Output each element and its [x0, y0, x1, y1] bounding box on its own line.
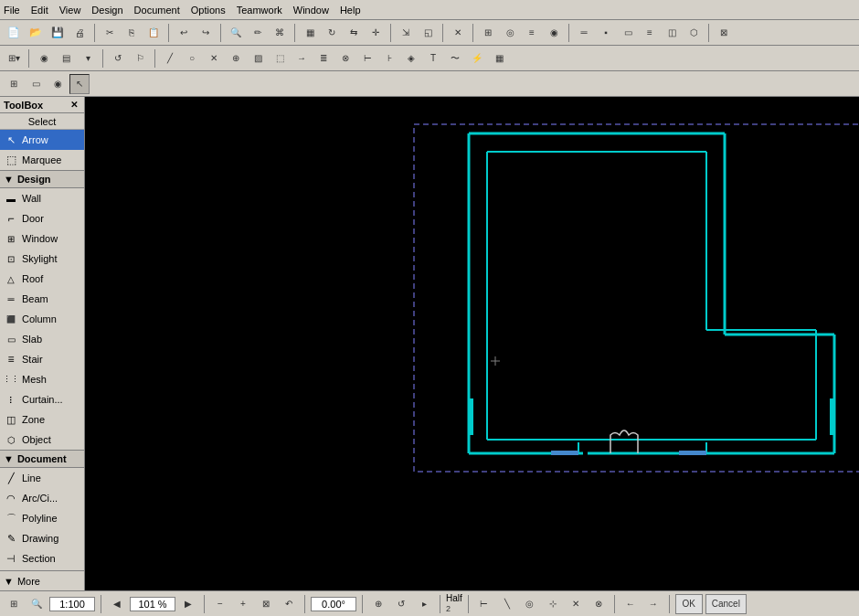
scale-tb[interactable]: ◱ — [418, 23, 438, 43]
toolbox-item-object[interactable]: Object — [0, 430, 84, 450]
walk-btn[interactable]: ⚐ — [130, 48, 150, 69]
grid-tb[interactable]: ⊞ — [478, 23, 498, 43]
cancel-button[interactable]: Cancel — [705, 594, 747, 614]
dim2-btn[interactable]: ⊦ — [379, 48, 399, 69]
floor-view-btn[interactable]: ⊞▾ — [4, 48, 24, 69]
zoom-out-btn[interactable]: ◀ — [107, 594, 127, 614]
tag-btn[interactable]: ◈ — [401, 48, 421, 69]
toolbox-item-beam[interactable]: Beam — [0, 289, 84, 309]
menu-window[interactable]: Window — [293, 5, 329, 16]
col2-tb[interactable]: ▪ — [596, 23, 616, 43]
close-tb[interactable]: ✕ — [448, 23, 468, 43]
undo-button[interactable]: ↩ — [174, 23, 194, 43]
toolbox-close[interactable]: ✕ — [68, 99, 80, 112]
dim1-btn[interactable]: ⊢ — [357, 48, 377, 69]
menu-design[interactable]: Design — [91, 5, 122, 16]
canvas-area[interactable] — [85, 97, 859, 590]
snap-tb[interactable]: ◎ — [500, 23, 520, 43]
pen-button[interactable]: ✏ — [248, 23, 268, 43]
toolbox-item-wall[interactable]: Wall — [0, 188, 84, 208]
zone2-tb[interactable]: ◫ — [662, 23, 682, 43]
toolbox-item-arc[interactable]: Arc/Ci... — [0, 488, 84, 508]
arrow-right[interactable]: → — [643, 594, 663, 614]
zoom-in-btn[interactable]: ▶ — [178, 594, 198, 614]
save-button[interactable]: 💾 — [48, 23, 68, 43]
toolbox-item-column[interactable]: Column — [0, 309, 84, 329]
zoom-fit[interactable]: ⊠ — [256, 594, 276, 614]
paste-button[interactable]: 📋 — [143, 23, 164, 43]
line-btn[interactable]: ╱ — [160, 48, 180, 69]
extra1-tb[interactable]: ⊠ — [714, 23, 734, 43]
cross-btn[interactable]: ✕ — [204, 48, 224, 69]
btm-snap1[interactable]: ⊞ — [4, 594, 24, 614]
toolbox-item-stair[interactable]: Stair — [0, 349, 84, 369]
magic-button[interactable]: ⌘ — [270, 23, 290, 43]
elec-btn[interactable]: ⚡ — [467, 48, 487, 69]
new-button[interactable]: 📄 — [4, 23, 24, 43]
select-tb[interactable]: ▦ — [300, 23, 320, 43]
beam2-tb[interactable]: ═ — [574, 23, 594, 43]
sub-arrow-btn[interactable]: ↖ — [69, 74, 90, 94]
open-button[interactable]: 📂 — [26, 23, 46, 43]
toolbox-item-window[interactable]: Window — [0, 228, 84, 249]
snap-rot[interactable]: ◎ — [520, 594, 540, 614]
arrow-left[interactable]: ← — [620, 594, 641, 614]
cancel-sel[interactable]: ✕ — [566, 594, 586, 614]
extra-btn[interactable]: ▸ — [414, 594, 434, 614]
menu-options[interactable]: Options — [191, 5, 226, 16]
hatch-btn[interactable]: ≣ — [313, 48, 334, 69]
move-tb[interactable]: ✛ — [366, 23, 386, 43]
arrow-btn[interactable]: → — [292, 48, 312, 69]
redo-button[interactable]: ↪ — [196, 23, 216, 43]
toolbox-item-line[interactable]: Line — [0, 468, 84, 488]
design-section-header[interactable]: ▼ Design — [0, 170, 84, 188]
fill-btn[interactable]: ▨ — [248, 48, 268, 69]
snap-ortho[interactable]: ⊢ — [474, 594, 494, 614]
stair2-tb[interactable]: ≡ — [640, 23, 660, 43]
toolbox-item-slab[interactable]: Slab — [0, 329, 84, 349]
stretch-tb[interactable]: ⇲ — [396, 23, 416, 43]
circle-btn[interactable]: ○ — [182, 48, 202, 69]
color-tb[interactable]: ◉ — [544, 23, 564, 43]
obj2-tb[interactable]: ⬡ — [684, 23, 704, 43]
zoom-minus[interactable]: − — [210, 594, 230, 614]
render-btn[interactable]: ◉ — [34, 48, 54, 69]
toolbox-scroll[interactable]: Arrow Marquee ▼ Design Wall Door — [0, 130, 84, 570]
sym-btn[interactable]: ⊗ — [335, 48, 355, 69]
slab2-tb[interactable]: ▭ — [618, 23, 638, 43]
toolbox-item-mesh[interactable]: Mesh — [0, 369, 84, 389]
menu-document[interactable]: Document — [134, 5, 180, 16]
toolbox-item-skylight[interactable]: Skylight — [0, 249, 84, 269]
view-angle[interactable]: ▾ — [78, 48, 98, 69]
document-section-header[interactable]: ▼ Document — [0, 450, 84, 468]
pic-btn[interactable]: ⬚ — [270, 48, 290, 69]
snap-grid[interactable]: ⊹ — [543, 594, 563, 614]
scale-display[interactable]: 1:100 — [49, 597, 95, 611]
ok-button[interactable]: OK — [675, 594, 703, 614]
btm-snap2[interactable]: 🔍 — [27, 594, 47, 614]
toolbox-item-zone[interactable]: Zone — [0, 409, 84, 430]
menu-view[interactable]: View — [59, 5, 81, 16]
menu-file[interactable]: File — [4, 5, 20, 16]
wave-btn[interactable]: 〜 — [445, 48, 465, 69]
select-row[interactable]: Select — [0, 113, 84, 130]
toolbox-item-arrow[interactable]: Arrow — [0, 130, 84, 150]
print-button[interactable]: 🖨 — [69, 23, 90, 43]
snap-grp[interactable]: ⊗ — [589, 594, 609, 614]
layer-tb[interactable]: ≡ — [522, 23, 542, 43]
find-button[interactable]: 🔍 — [226, 23, 246, 43]
copy-button[interactable]: ⎘ — [122, 23, 142, 43]
cut-button[interactable]: ✂ — [100, 23, 120, 43]
toolbox-item-roof[interactable]: Roof — [0, 269, 84, 289]
menu-help[interactable]: Help — [340, 5, 361, 16]
toolbox-item-polyline[interactable]: Polyline — [0, 508, 84, 528]
sub-rect-btn[interactable]: ▭ — [26, 74, 46, 94]
sub-rotate-btn[interactable]: ◉ — [48, 74, 68, 94]
elev-btn[interactable]: ⊕ — [226, 48, 246, 69]
menu-edit[interactable]: Edit — [31, 5, 48, 16]
orbit-btn2[interactable]: ↺ — [391, 594, 411, 614]
pan-btn[interactable]: ⊕ — [368, 594, 388, 614]
menu-teamwork[interactable]: Teamwork — [237, 5, 282, 16]
toolbox-item-curtain[interactable]: Curtain... — [0, 389, 84, 409]
mirror-tb[interactable]: ⇆ — [344, 23, 364, 43]
